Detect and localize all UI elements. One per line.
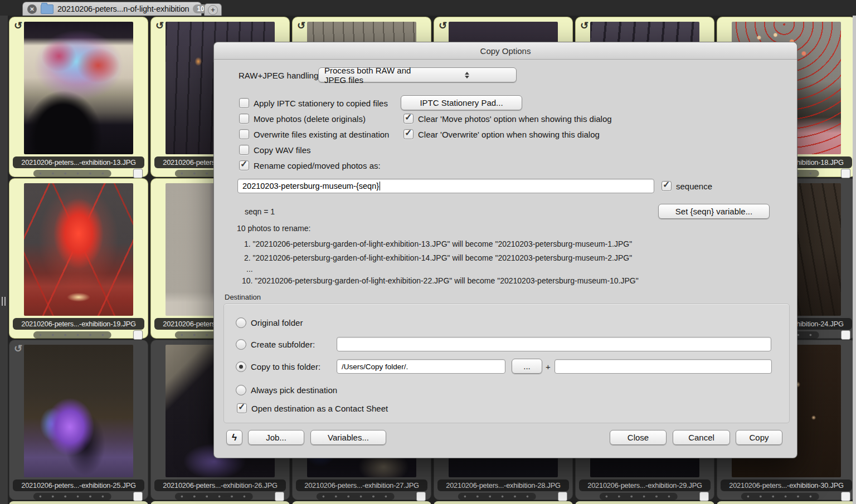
- radio-label: Copy to this folder:: [251, 362, 320, 371]
- tab-close-icon[interactable]: ✕: [27, 4, 37, 14]
- radio-copy-to-folder[interactable]: Copy to this folder:: [236, 361, 320, 372]
- checkbox-clear-move[interactable]: Clear 'Move photos' option when showing …: [403, 114, 612, 124]
- tag-checkbox[interactable]: [275, 492, 284, 501]
- rating-dots[interactable]: [741, 493, 819, 500]
- contact-sheet-tab[interactable]: ✕ 20210206-peters...n-of-light-exhibitio…: [22, 2, 202, 16]
- checkbox-sequence[interactable]: sequence: [662, 181, 712, 191]
- rotate-icon[interactable]: ↺: [580, 19, 588, 32]
- rename-preview-item: 1. "20210206-petersburg-garden-of-light-…: [244, 239, 632, 248]
- tag-checkbox[interactable]: [699, 492, 709, 501]
- rotate-icon[interactable]: ↺: [155, 19, 164, 32]
- rename-pattern-input[interactable]: 20210203-petersburg-museum-{seqn}: [237, 179, 654, 193]
- checkbox-apply-iptc[interactable]: Apply IPTC stationery to copied files: [239, 98, 388, 108]
- thumbnail-cell[interactable]: ↺ 20210206-peters...-exhibition-13.JPG: [9, 17, 148, 177]
- tag-checkbox[interactable]: [133, 169, 143, 178]
- app-window: ✕ 20210206-peters...n-of-light-exhibitio…: [0, 0, 856, 504]
- checkbox-overwrite[interactable]: Overwrite files existing at destination: [239, 129, 389, 139]
- checkbox-label: Rename copied/moved photos as:: [254, 161, 381, 170]
- raw-jpeg-label: RAW+JPEG handling:: [239, 71, 320, 80]
- thumbnail-photo[interactable]: [24, 183, 133, 316]
- checkbox-move-photos[interactable]: Move photos (delete originals): [239, 114, 366, 124]
- rating-dots[interactable]: [33, 493, 111, 500]
- thumbnail-cell[interactable]: ↺ 20210206-peters...-exhibition-25.JPG: [9, 340, 148, 500]
- iptc-stationery-pad-button[interactable]: IPTC Stationery Pad...: [401, 95, 522, 110]
- rename-pattern-value: 20210203-petersburg-museum-{seqn}: [242, 182, 379, 190]
- checkbox-box: [403, 129, 414, 139]
- radio-create-subfolder[interactable]: Create subfolder:: [236, 339, 315, 350]
- rotate-icon[interactable]: ↺: [14, 342, 22, 355]
- next-row-cell-top: [575, 501, 714, 504]
- tag-checkbox[interactable]: [416, 492, 426, 501]
- radio-label: Always pick destination: [251, 385, 337, 395]
- tab-title: 20210206-peters...n-of-light-exhibition: [57, 4, 189, 13]
- checkbox-open-contact-sheet[interactable]: Open destination as a Contact Sheet: [237, 403, 388, 413]
- job-button[interactable]: Job...: [248, 430, 304, 445]
- path-plus-separator: +: [546, 362, 551, 371]
- rating-dots[interactable]: [600, 493, 678, 500]
- tag-checkbox[interactable]: [558, 492, 567, 501]
- thumbnail-photo[interactable]: [24, 22, 133, 154]
- browse-folder-button[interactable]: ...: [512, 359, 542, 374]
- rotate-icon[interactable]: ↺: [439, 19, 447, 32]
- stepper-icon: [421, 72, 513, 79]
- checkbox-clear-overwrite[interactable]: Clear 'Overwrite' option when showing th…: [403, 129, 600, 139]
- cancel-button[interactable]: Cancel: [673, 430, 730, 445]
- tag-checkbox[interactable]: [841, 492, 850, 501]
- scrollbar[interactable]: [853, 16, 856, 504]
- radio-label: Original folder: [251, 318, 303, 327]
- thumbnail-filename: 20210206-peters...-exhibition-30.JPG: [721, 479, 852, 491]
- rating-dots[interactable]: [317, 493, 395, 500]
- seqn-value-text: seqn = 1: [245, 207, 275, 216]
- tag-checkbox[interactable]: [841, 169, 850, 178]
- thumbnail-photo[interactable]: [24, 345, 133, 477]
- rating-dots[interactable]: [33, 331, 111, 339]
- radio-circle: [236, 339, 246, 350]
- splitter-grip[interactable]: [2, 297, 6, 306]
- rename-preview-ellipsis: ...: [246, 265, 253, 273]
- checkbox-box: [403, 114, 414, 124]
- dialog-title: Copy Options: [480, 46, 531, 56]
- destination-folder-input[interactable]: /Users/Copy folder/.: [337, 359, 505, 374]
- subfolder-name-input[interactable]: [337, 337, 771, 351]
- rotate-icon[interactable]: ↺: [297, 19, 305, 32]
- checkbox-box: [237, 403, 247, 413]
- radio-circle: [236, 385, 246, 395]
- tag-checkbox[interactable]: [841, 330, 850, 340]
- checkbox-copy-wav[interactable]: Copy WAV files: [239, 145, 311, 155]
- destination-folder-value: /Users/Copy folder/.: [342, 363, 408, 371]
- raw-jpeg-dropdown[interactable]: Process both RAW and JPEG files: [318, 67, 517, 82]
- radio-always-pick[interactable]: Always pick destination: [236, 385, 337, 395]
- rating-dots[interactable]: [175, 493, 253, 500]
- rating-dots[interactable]: [33, 170, 111, 177]
- rename-preview-item: 10. "20210206-petersburg-garden-of-light…: [242, 276, 639, 285]
- next-row-cell-top: [434, 501, 573, 504]
- folder-icon: [41, 4, 54, 14]
- thumbnail-cell[interactable]: 20210206-peters...-exhibition-19.JPG: [9, 178, 148, 339]
- close-button[interactable]: Close: [610, 430, 667, 445]
- checkbox-box: [239, 160, 249, 170]
- thumbnail-filename: 20210206-peters...-exhibition-19.JPG: [13, 318, 144, 330]
- thumbnail-filename: 20210206-peters...-exhibition-26.JPG: [154, 479, 286, 491]
- checkbox-rename[interactable]: Rename copied/moved photos as:: [239, 160, 381, 170]
- new-tab-button[interactable]: +: [204, 3, 222, 16]
- next-row-cell-top: [717, 501, 856, 504]
- destination-suffix-input[interactable]: [555, 359, 772, 374]
- checkbox-box: [662, 181, 672, 191]
- variables-button[interactable]: Variables...: [310, 430, 386, 445]
- tab-bar: ✕ 20210206-peters...n-of-light-exhibitio…: [0, 0, 856, 16]
- radio-original-folder[interactable]: Original folder: [236, 317, 303, 328]
- rating-dots[interactable]: [458, 493, 536, 500]
- checkbox-label: Open destination as a Contact Sheet: [251, 404, 388, 413]
- tag-checkbox[interactable]: [133, 492, 143, 501]
- thumbnail-filename: 20210206-peters...-exhibition-25.JPG: [13, 479, 144, 491]
- quick-job-bolt-button[interactable]: ϟ: [226, 430, 242, 445]
- checkbox-label: Overwrite files existing at destination: [254, 130, 389, 139]
- checkbox-label: Clear 'Overwrite' option when showing th…: [418, 130, 600, 139]
- tag-checkbox[interactable]: [133, 330, 143, 340]
- copy-button[interactable]: Copy: [736, 430, 782, 445]
- rotate-icon[interactable]: ↺: [14, 19, 22, 32]
- dialog-title-bar[interactable]: Copy Options: [214, 42, 797, 60]
- destination-section-label: Destination: [225, 293, 261, 301]
- checkbox-box: [239, 98, 249, 108]
- set-seqn-variable-button[interactable]: Set {seqn} variable...: [658, 204, 770, 219]
